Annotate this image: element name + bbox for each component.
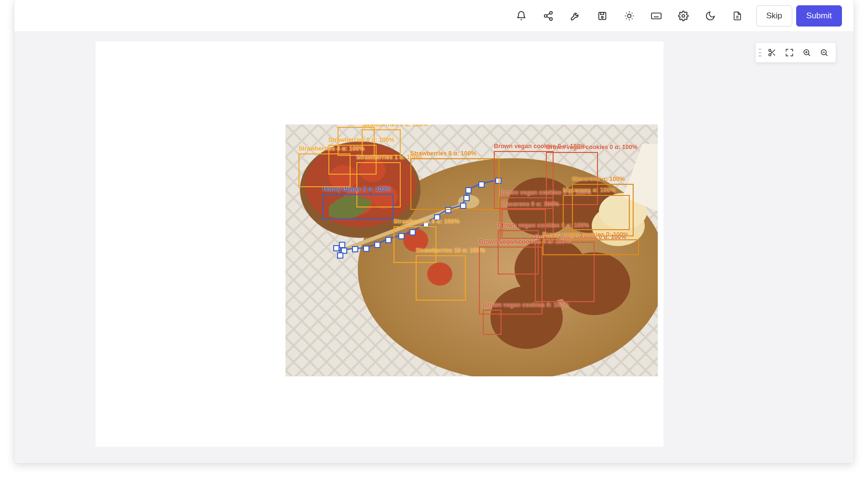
bounding-box-label: Strawberries 0 α: 100% [328,137,394,143]
bounding-box[interactable]: Strawberries 8 α: 100% [410,158,500,210]
save-icon[interactable] [590,4,614,28]
canvas-toolbox [755,42,836,63]
svg-line-10 [626,13,626,13]
svg-point-33 [769,54,771,56]
bounding-box-label: Strawberries 8 α: 100% [410,151,476,157]
bounding-box-label: Strawberries 9 α: 100% [393,219,460,225]
svg-point-0 [550,11,553,14]
svg-point-27 [760,49,761,50]
bounding-box-label: Strawberries 10 α: 100% [416,248,485,254]
bounding-box-label: Strawberries 0 α: 100% [362,124,428,128]
wrench-icon[interactable] [563,4,587,28]
svg-line-14 [626,18,626,19]
bounding-box-label: Honey dipper 3 α: 100% [323,186,391,193]
svg-line-15 [632,13,632,13]
bounding-box[interactable]: Brown vegan cookies 0: 100% [542,239,639,256]
bounding-box[interactable]: Macarons α: 100% [563,195,630,230]
svg-point-1 [544,14,547,17]
bounding-box-label: Macarons 0 α: 100% [502,201,559,207]
settings-icon[interactable] [671,4,695,28]
skip-button[interactable]: Skip [756,5,792,27]
svg-line-11 [632,18,632,19]
bounding-box-label: Brown vegan cookies 0 α: 100% [546,144,637,151]
bounding-box-label: Macarons α: 100% [572,176,624,182]
zoom-out-icon[interactable] [816,45,832,60]
bounding-box-label: Strawberries 4 α: 100% [298,146,365,152]
zoom-in-icon[interactable] [799,45,814,60]
svg-point-2 [550,17,553,20]
svg-point-6 [601,16,603,18]
bounding-box[interactable]: Macarons 0 α: 100% [502,209,546,239]
svg-line-35 [773,54,775,55]
svg-line-38 [808,54,810,56]
svg-line-36 [771,51,772,53]
keyboard-icon[interactable] [644,4,668,28]
svg-point-32 [769,49,771,52]
fullscreen-icon[interactable] [782,45,797,60]
svg-point-29 [760,52,761,53]
workspace: Strawberries 3 α: 100%Strawberries 0 α: … [14,32,854,463]
svg-point-31 [760,55,761,56]
top-toolbar: Skip Submit [14,0,854,32]
bounding-box[interactable]: Honey dipper 3 α: 100% [323,194,393,219]
brightness-icon[interactable] [617,4,641,28]
image-stage: Strawberries 3 α: 100%Strawberries 0 α: … [95,41,664,463]
scissors-icon[interactable] [764,45,780,60]
bounding-box-label: Brown vegan cookies 0: 100% [542,232,629,238]
bounding-box-label: Brown vegan cookies 0: 100% [483,302,569,308]
svg-line-4 [547,16,550,18]
app-card: Skip Submit [14,0,854,463]
bounding-box[interactable]: Strawberries 4 α: 100% [298,153,351,187]
share-icon[interactable] [536,4,560,28]
annotated-image[interactable]: Strawberries 3 α: 100%Strawberries 0 α: … [285,124,658,376]
svg-point-30 [759,55,760,56]
svg-point-23 [682,14,685,17]
document-icon[interactable] [725,4,749,28]
drag-handle-icon[interactable] [757,46,763,59]
notifications-icon[interactable] [509,4,533,28]
bounding-box[interactable]: Brown vegan cookies 0: 100% [483,310,502,335]
svg-point-28 [759,52,760,53]
svg-line-42 [826,54,827,56]
svg-rect-16 [651,13,661,19]
svg-point-26 [759,49,760,50]
bounding-box-label: Macarons α: 100% [563,187,615,193]
dark-mode-icon[interactable] [698,4,722,28]
submit-button[interactable]: Submit [796,5,842,27]
svg-point-7 [627,14,631,17]
svg-line-3 [547,13,550,15]
bounding-box[interactable]: Strawberries 10 α: 100% [416,255,466,301]
